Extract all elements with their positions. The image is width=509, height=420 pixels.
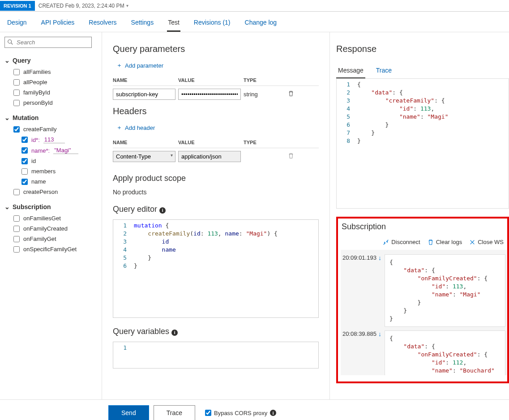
- headers-title: Headers: [113, 106, 319, 116]
- chk-cf-field-name[interactable]: [21, 179, 28, 185]
- disconnect-icon: [383, 239, 389, 245]
- close-ws-button[interactable]: Close WS: [469, 239, 504, 245]
- plus-icon: ＋: [116, 61, 122, 69]
- chk-createfamily[interactable]: [13, 126, 20, 133]
- tab-design[interactable]: Design: [6, 16, 28, 32]
- info-icon[interactable]: i: [270, 410, 276, 416]
- response-tabs: Message Trace: [336, 64, 509, 79]
- bypass-cors-checkbox[interactable]: [205, 410, 211, 416]
- response-body[interactable]: 12345678 { "data": { "createFamily": { "…: [336, 79, 509, 209]
- revision-badge: REVISION 1: [0, 1, 35, 11]
- tab-test[interactable]: Test: [167, 16, 180, 32]
- chk-onfamilycreated[interactable]: [13, 226, 20, 232]
- chevron-down-icon: ⌄: [4, 203, 10, 210]
- right-panel: Response Message Trace 12345678 { "data"…: [330, 32, 509, 399]
- chk-allfamilies[interactable]: [13, 69, 20, 75]
- chevron-down-icon: ⌄: [4, 57, 10, 64]
- bypass-cors-label: Bypass CORS proxy: [214, 410, 267, 416]
- chk-createperson[interactable]: [13, 189, 20, 195]
- chk-cf-name-param[interactable]: [21, 147, 28, 154]
- delete-param-button[interactable]: [282, 90, 300, 98]
- input-cf-name[interactable]: [53, 147, 78, 154]
- footer: Send Trace Bypass CORS proxy i: [0, 399, 509, 420]
- log-entry: 20:09:01.193↓ { "data": { "onFamilyCreat…: [342, 254, 505, 327]
- main-panel: Query parameters ＋Add parameter NAME VAL…: [102, 32, 330, 399]
- chevron-down-icon: ▾: [126, 3, 128, 8]
- chk-onspecificfamilyget[interactable]: [13, 246, 20, 253]
- disconnect-button[interactable]: Disconnect: [383, 239, 420, 245]
- svg-line-1: [11, 43, 13, 45]
- subscription-panel: Subscription Disconnect Clear logs Close…: [336, 217, 509, 383]
- chk-personbyid[interactable]: [13, 100, 20, 106]
- search-icon: [7, 39, 13, 45]
- tab-api-policies[interactable]: API Policies: [40, 16, 76, 32]
- clear-logs-button[interactable]: Clear logs: [428, 239, 462, 245]
- chk-onfamiliesget[interactable]: [13, 215, 20, 222]
- query-params-title: Query parameters: [113, 44, 319, 54]
- add-header-button[interactable]: ＋Add header: [116, 124, 155, 132]
- subscription-title: Subscription: [341, 222, 507, 236]
- header-value-input[interactable]: [178, 151, 241, 162]
- param-name-input[interactable]: [113, 89, 175, 100]
- tab-revisions[interactable]: Revisions (1): [193, 16, 231, 32]
- info-icon[interactable]: i: [159, 207, 166, 214]
- main-tabs: Design API Policies Resolvers Settings T…: [0, 12, 509, 32]
- param-type: string: [244, 91, 279, 98]
- response-title: Response: [336, 44, 509, 54]
- no-products-text: No products: [113, 189, 319, 196]
- info-icon[interactable]: i: [171, 330, 178, 336]
- chk-cf-field-members[interactable]: [21, 168, 28, 175]
- sidebar: ⌄ Query allFamilies allPeople familyById…: [0, 32, 102, 399]
- plus-icon: ＋: [116, 124, 122, 132]
- input-cf-id[interactable]: [43, 136, 65, 143]
- search-input[interactable]: [4, 37, 92, 48]
- revision-created[interactable]: CREATED Feb 9, 2023, 2:24:40 PM ▾: [35, 0, 132, 11]
- chk-onfamilyget[interactable]: [13, 236, 20, 242]
- chk-cf-field-id[interactable]: [21, 158, 28, 164]
- trash-icon: [428, 239, 434, 245]
- send-button[interactable]: Send: [108, 405, 149, 420]
- group-mutation[interactable]: ⌄ Mutation: [4, 111, 97, 124]
- chevron-down-icon: ⌄: [4, 114, 10, 121]
- tab-change-log[interactable]: Change log: [244, 16, 278, 32]
- group-subscription[interactable]: ⌄ Subscription: [4, 201, 97, 213]
- chk-allpeople[interactable]: [13, 79, 20, 86]
- add-parameter-button[interactable]: ＋Add parameter: [116, 61, 163, 69]
- query-editor[interactable]: 123456 mutation { createFamily(id: 113, …: [113, 219, 319, 318]
- chk-familybyid[interactable]: [13, 90, 20, 96]
- log-entry: 20:08:39.885↓ { "data": { "onFamilyCreat…: [342, 330, 505, 375]
- arrow-down-icon: ↓: [378, 330, 381, 375]
- header-name-select[interactable]: [113, 151, 175, 162]
- query-variables-editor[interactable]: 1: [113, 342, 319, 369]
- delete-header-button[interactable]: [282, 153, 300, 160]
- tab-resolvers[interactable]: Resolvers: [88, 16, 117, 32]
- svg-point-0: [8, 40, 12, 43]
- chk-cf-id-param[interactable]: [21, 137, 28, 143]
- group-query[interactable]: ⌄ Query: [4, 54, 97, 67]
- trace-button[interactable]: Trace: [154, 405, 195, 420]
- arrow-down-icon: ↓: [378, 254, 381, 327]
- tab-trace[interactable]: Trace: [374, 64, 394, 78]
- tab-message[interactable]: Message: [336, 64, 365, 78]
- close-icon: [469, 239, 475, 245]
- product-scope-title: Apply product scope: [113, 174, 319, 183]
- query-variables-title: Query variables i: [113, 327, 319, 336]
- revision-bar: REVISION 1 CREATED Feb 9, 2023, 2:24:40 …: [0, 0, 509, 12]
- param-value-input[interactable]: [178, 89, 241, 100]
- query-editor-title: Query editor i: [113, 205, 319, 214]
- chevron-down-icon: ▾: [171, 153, 173, 158]
- subscription-log[interactable]: 20:09:01.193↓ { "data": { "onFamilyCreat…: [341, 250, 507, 375]
- tab-settings[interactable]: Settings: [130, 16, 155, 32]
